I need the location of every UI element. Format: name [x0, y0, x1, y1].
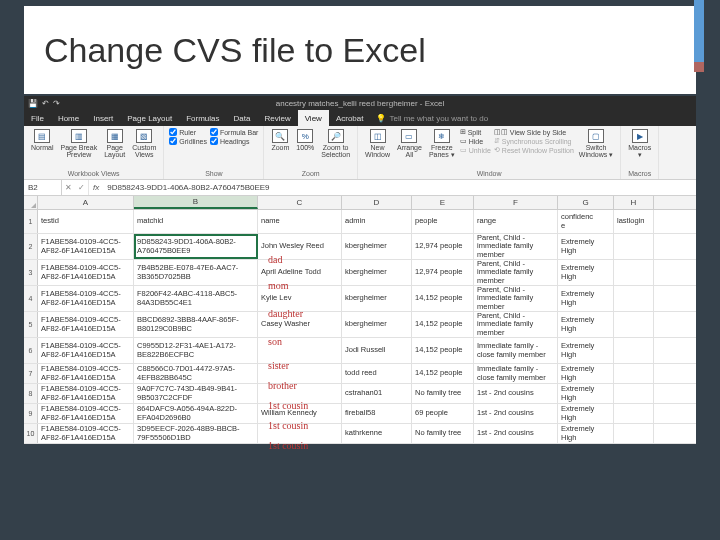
cell-testid[interactable]: F1ABE584-0109-4CC5-AF82-6F1A416ED15A	[38, 404, 134, 423]
split-button[interactable]: ⊞Split	[460, 128, 491, 136]
cell-admin[interactable]: todd reed	[342, 364, 412, 383]
data-row[interactable]: 2F1ABE584-0109-4CC5-AF82-6F1A416ED15A9D8…	[24, 234, 696, 260]
cell-confidence[interactable]: Extremely High	[558, 312, 614, 337]
fx-icon[interactable]: fx	[89, 180, 103, 195]
cell-name[interactable]	[258, 384, 342, 403]
cell-people[interactable]: 69 people	[412, 404, 474, 423]
tab-home[interactable]: Home	[51, 110, 86, 126]
zoom-100-button[interactable]: %100%	[294, 128, 316, 152]
cell-name[interactable]: William Kennedy	[258, 404, 342, 423]
cell-people[interactable]: 14,152 people	[412, 286, 474, 311]
cell-confidence[interactable]: Extremely High	[558, 338, 614, 363]
reset-window-position-button[interactable]: ⟲Reset Window Position	[494, 146, 574, 154]
headings-checkbox[interactable]: Headings	[210, 137, 259, 145]
custom-views-button[interactable]: ▧Custom Views	[130, 128, 158, 159]
cell-admin[interactable]: kbergheimer	[342, 312, 412, 337]
cell-admin[interactable]: cstrahan01	[342, 384, 412, 403]
col-head-d[interactable]: D	[342, 196, 412, 209]
cell-admin[interactable]: fireball58	[342, 404, 412, 423]
row-head-7[interactable]: 7	[24, 364, 38, 383]
header-row[interactable]: 1 testid matchid name admin people range…	[24, 210, 696, 234]
zoom-button[interactable]: 🔍Zoom	[269, 128, 291, 152]
row-head-10[interactable]: 10	[24, 424, 38, 443]
data-row[interactable]: 8F1ABE584-0109-4CC5-AF82-6F1A416ED15A9A0…	[24, 384, 696, 404]
cell-testid[interactable]: F1ABE584-0109-4CC5-AF82-6F1A416ED15A	[38, 364, 134, 383]
cell-admin[interactable]: kathrkenne	[342, 424, 412, 443]
select-all-button[interactable]	[24, 196, 38, 209]
new-window-button[interactable]: ◫New Window	[363, 128, 392, 159]
cell-range[interactable]: Parent, Child - immediate family member	[474, 312, 558, 337]
arrange-all-button[interactable]: ▭Arrange All	[395, 128, 424, 159]
cell-people[interactable]: 14,152 people	[412, 364, 474, 383]
cell-testid[interactable]: F1ABE584-0109-4CC5-AF82-6F1A416ED15A	[38, 338, 134, 363]
name-box[interactable]: B2	[24, 180, 62, 195]
save-icon[interactable]: 💾	[28, 99, 38, 108]
header-matchid[interactable]: matchid	[134, 210, 258, 233]
undo-icon[interactable]: ↶	[42, 99, 49, 108]
redo-icon[interactable]: ↷	[53, 99, 60, 108]
cell-testid[interactable]: F1ABE584-0109-4CC5-AF82-6F1A416ED15A	[38, 286, 134, 311]
cell-matchid[interactable]: 7B4B52BE-E078-47E6-AAC7-3B365D7025BB	[134, 260, 258, 285]
cell-range[interactable]: 1st - 2nd cousins	[474, 384, 558, 403]
tab-formulas[interactable]: Formulas	[179, 110, 226, 126]
cell-admin[interactable]: Jodi Russell	[342, 338, 412, 363]
cell-matchid[interactable]: C88566C0-7D01-4472-97A5-4EFB82BB645C	[134, 364, 258, 383]
cell-range[interactable]: 1st - 2nd cousins	[474, 424, 558, 443]
cell-lastlogin[interactable]	[614, 312, 654, 337]
cell-range[interactable]: Immediate family - close family member	[474, 364, 558, 383]
col-head-h[interactable]: H	[614, 196, 654, 209]
cell-range[interactable]: Immediate family - close family member	[474, 338, 558, 363]
switch-windows-button[interactable]: ▢Switch Windows ▾	[577, 128, 615, 159]
cell-lastlogin[interactable]	[614, 260, 654, 285]
cancel-formula-icon[interactable]: ✕	[62, 183, 75, 192]
data-row[interactable]: 6F1ABE584-0109-4CC5-AF82-6F1A416ED15AC99…	[24, 338, 696, 364]
tab-page-layout[interactable]: Page Layout	[120, 110, 179, 126]
cell-testid[interactable]: F1ABE584-0109-4CC5-AF82-6F1A416ED15A	[38, 234, 134, 259]
cell-confidence[interactable]: Extremely High	[558, 260, 614, 285]
data-row[interactable]: 10F1ABE584-0109-4CC5-AF82-6F1A416ED15A3D…	[24, 424, 696, 444]
cell-testid[interactable]: F1ABE584-0109-4CC5-AF82-6F1A416ED15A	[38, 384, 134, 403]
col-head-g[interactable]: G	[558, 196, 614, 209]
data-row[interactable]: 3F1ABE584-0109-4CC5-AF82-6F1A416ED15A7B4…	[24, 260, 696, 286]
header-name[interactable]: name	[258, 210, 342, 233]
ruler-checkbox[interactable]: Ruler	[169, 128, 207, 136]
formula-bar[interactable]: 9D858243-9DD1-406A-80B2-A760475B0EE9	[103, 180, 696, 195]
cell-confidence[interactable]: Extremely High	[558, 384, 614, 403]
cell-range[interactable]: Parent, Child - immediate family member	[474, 234, 558, 259]
cell-range[interactable]: 1st - 2nd cousins	[474, 404, 558, 423]
worksheet[interactable]: A B C D E F G H 1 testid matchid name ad…	[24, 196, 696, 444]
cell-matchid[interactable]: F8206F42-4ABC-4118-ABC5-84A3DB55C4E1	[134, 286, 258, 311]
cell-admin[interactable]: kbergheimer	[342, 260, 412, 285]
unhide-button[interactable]: ▭Unhide	[460, 146, 491, 154]
freeze-panes-button[interactable]: ❄Freeze Panes ▾	[427, 128, 457, 159]
header-admin[interactable]: admin	[342, 210, 412, 233]
normal-view-button[interactable]: ▤Normal	[29, 128, 56, 152]
cell-confidence[interactable]: Extremely High	[558, 364, 614, 383]
cell-name[interactable]: Casey Washer	[258, 312, 342, 337]
col-head-e[interactable]: E	[412, 196, 474, 209]
header-lastlogin[interactable]: lastlogin	[614, 210, 654, 233]
cell-name[interactable]	[258, 364, 342, 383]
col-head-b[interactable]: B	[134, 196, 258, 209]
cell-name[interactable]: John Wesley Reed	[258, 234, 342, 259]
row-head-1[interactable]: 1	[24, 210, 38, 233]
data-row[interactable]: 5F1ABE584-0109-4CC5-AF82-6F1A416ED15ABBC…	[24, 312, 696, 338]
cell-lastlogin[interactable]	[614, 338, 654, 363]
cell-lastlogin[interactable]	[614, 404, 654, 423]
cell-people[interactable]: 14,152 people	[412, 312, 474, 337]
page-break-preview-button[interactable]: ▥Page Break Preview	[59, 128, 100, 159]
header-confidence[interactable]: confidenc e	[558, 210, 614, 233]
formula-bar-checkbox[interactable]: Formula Bar	[210, 128, 259, 136]
tell-me-search[interactable]: 💡Tell me what you want to do	[370, 110, 488, 126]
cell-range[interactable]: Parent, Child - immediate family member	[474, 286, 558, 311]
row-head-4[interactable]: 4	[24, 286, 38, 311]
row-head-8[interactable]: 8	[24, 384, 38, 403]
tab-insert[interactable]: Insert	[86, 110, 120, 126]
tab-acrobat[interactable]: Acrobat	[329, 110, 371, 126]
cell-confidence[interactable]: Extremely High	[558, 424, 614, 443]
cell-confidence[interactable]: Extremely High	[558, 404, 614, 423]
header-range[interactable]: range	[474, 210, 558, 233]
cell-people[interactable]: No family tree	[412, 424, 474, 443]
cell-lastlogin[interactable]	[614, 364, 654, 383]
cell-testid[interactable]: F1ABE584-0109-4CC5-AF82-6F1A416ED15A	[38, 312, 134, 337]
